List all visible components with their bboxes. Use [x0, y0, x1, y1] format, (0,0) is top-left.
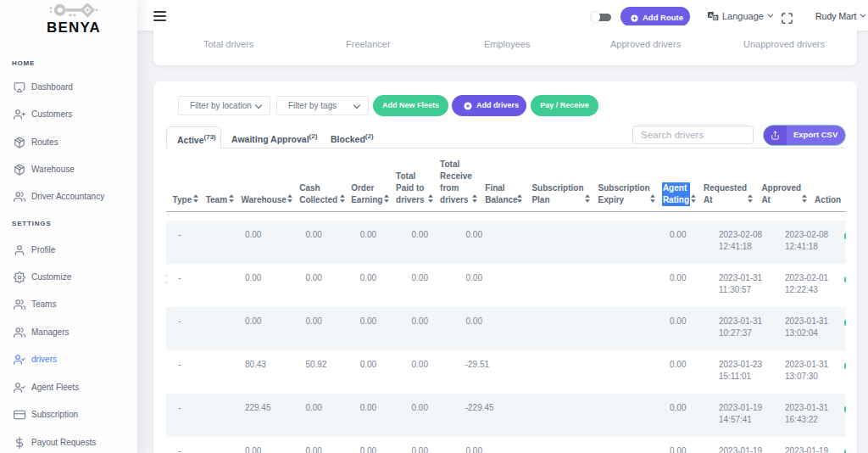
svg-text:A: A — [709, 13, 713, 18]
svg-text:B: B — [714, 15, 717, 20]
